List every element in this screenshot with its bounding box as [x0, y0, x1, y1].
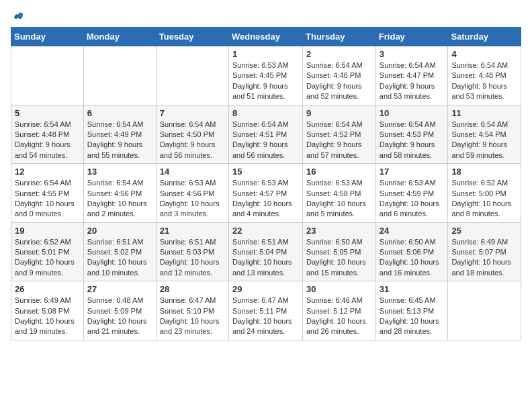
calendar-cell: 6Sunrise: 6:54 AM Sunset: 4:49 PM Daylig… [83, 105, 156, 164]
day-number: 25 [451, 226, 517, 236]
day-header-saturday: Saturday [448, 28, 521, 46]
day-info: Sunrise: 6:53 AM Sunset: 4:56 PM Dayligh… [160, 178, 225, 220]
day-number: 1 [232, 49, 299, 59]
calendar-cell [11, 46, 84, 105]
day-number: 9 [306, 108, 372, 118]
calendar-week-row: 1Sunrise: 6:53 AM Sunset: 4:45 PM Daylig… [11, 46, 521, 105]
calendar-cell: 24Sunrise: 6:50 AM Sunset: 5:06 PM Dayli… [375, 222, 448, 281]
day-number: 23 [306, 226, 372, 236]
day-number: 6 [87, 108, 152, 118]
calendar-header-row: SundayMondayTuesdayWednesdayThursdayFrid… [11, 28, 521, 46]
calendar-cell: 25Sunrise: 6:49 AM Sunset: 5:07 PM Dayli… [448, 222, 521, 281]
day-info: Sunrise: 6:54 AM Sunset: 4:46 PM Dayligh… [306, 60, 372, 102]
day-info: Sunrise: 6:46 AM Sunset: 5:12 PM Dayligh… [306, 295, 372, 337]
calendar-cell: 18Sunrise: 6:52 AM Sunset: 5:00 PM Dayli… [448, 164, 521, 223]
calendar-cell: 16Sunrise: 6:53 AM Sunset: 4:58 PM Dayli… [303, 164, 376, 223]
day-info: Sunrise: 6:54 AM Sunset: 4:56 PM Dayligh… [87, 178, 152, 220]
day-info: Sunrise: 6:54 AM Sunset: 4:53 PM Dayligh… [380, 120, 445, 161]
day-number: 18 [451, 167, 517, 177]
day-number: 5 [15, 108, 80, 118]
calendar-cell: 4Sunrise: 6:54 AM Sunset: 4:48 PM Daylig… [448, 46, 521, 105]
day-number: 17 [380, 167, 445, 177]
calendar-cell: 1Sunrise: 6:53 AM Sunset: 4:45 PM Daylig… [228, 46, 302, 105]
day-header-wednesday: Wednesday [228, 28, 302, 46]
calendar-week-row: 19Sunrise: 6:52 AM Sunset: 5:01 PM Dayli… [11, 222, 521, 281]
calendar-cell: 12Sunrise: 6:54 AM Sunset: 4:55 PM Dayli… [11, 164, 84, 223]
day-number: 14 [160, 167, 225, 177]
day-info: Sunrise: 6:54 AM Sunset: 4:48 PM Dayligh… [451, 60, 517, 102]
day-header-friday: Friday [375, 28, 448, 46]
day-header-tuesday: Tuesday [156, 28, 228, 46]
calendar-week-row: 26Sunrise: 6:49 AM Sunset: 5:08 PM Dayli… [11, 281, 521, 340]
calendar-table: SundayMondayTuesdayWednesdayThursdayFrid… [11, 27, 521, 340]
calendar-cell: 2Sunrise: 6:54 AM Sunset: 4:46 PM Daylig… [303, 46, 376, 105]
day-info: Sunrise: 6:47 AM Sunset: 5:11 PM Dayligh… [232, 295, 299, 337]
day-info: Sunrise: 6:45 AM Sunset: 5:13 PM Dayligh… [380, 295, 445, 337]
day-info: Sunrise: 6:54 AM Sunset: 4:54 PM Dayligh… [451, 120, 517, 161]
calendar-cell: 27Sunrise: 6:48 AM Sunset: 5:09 PM Dayli… [83, 281, 156, 340]
day-number: 10 [380, 108, 445, 118]
day-info: Sunrise: 6:54 AM Sunset: 4:49 PM Dayligh… [87, 120, 152, 161]
calendar-cell [156, 46, 228, 105]
day-info: Sunrise: 6:50 AM Sunset: 5:06 PM Dayligh… [380, 237, 445, 279]
logo-icon [12, 11, 24, 23]
day-info: Sunrise: 6:54 AM Sunset: 4:52 PM Dayligh… [306, 120, 372, 161]
calendar-cell: 8Sunrise: 6:54 AM Sunset: 4:51 PM Daylig… [228, 105, 302, 164]
calendar-cell: 20Sunrise: 6:51 AM Sunset: 5:02 PM Dayli… [83, 222, 156, 281]
logo [11, 11, 24, 19]
day-info: Sunrise: 6:53 AM Sunset: 4:45 PM Dayligh… [232, 60, 299, 102]
day-number: 24 [380, 226, 445, 236]
day-info: Sunrise: 6:54 AM Sunset: 4:51 PM Dayligh… [232, 120, 299, 161]
calendar-cell: 26Sunrise: 6:49 AM Sunset: 5:08 PM Dayli… [11, 281, 84, 340]
day-number: 4 [451, 49, 517, 59]
day-number: 26 [15, 284, 80, 294]
day-number: 21 [160, 226, 225, 236]
day-info: Sunrise: 6:51 AM Sunset: 5:03 PM Dayligh… [160, 237, 225, 279]
day-number: 8 [232, 108, 299, 118]
calendar-cell: 29Sunrise: 6:47 AM Sunset: 5:11 PM Dayli… [228, 281, 302, 340]
calendar-cell: 5Sunrise: 6:54 AM Sunset: 4:48 PM Daylig… [11, 105, 84, 164]
day-number: 7 [160, 108, 225, 118]
calendar-cell: 19Sunrise: 6:52 AM Sunset: 5:01 PM Dayli… [11, 222, 84, 281]
day-number: 31 [380, 284, 445, 294]
calendar-cell: 7Sunrise: 6:54 AM Sunset: 4:50 PM Daylig… [156, 105, 228, 164]
day-number: 12 [15, 167, 80, 177]
day-info: Sunrise: 6:53 AM Sunset: 4:57 PM Dayligh… [232, 178, 299, 220]
day-info: Sunrise: 6:53 AM Sunset: 4:59 PM Dayligh… [380, 178, 445, 220]
calendar-cell: 13Sunrise: 6:54 AM Sunset: 4:56 PM Dayli… [83, 164, 156, 223]
calendar-week-row: 5Sunrise: 6:54 AM Sunset: 4:48 PM Daylig… [11, 105, 521, 164]
day-header-sunday: Sunday [11, 28, 84, 46]
day-number: 3 [380, 49, 445, 59]
day-info: Sunrise: 6:54 AM Sunset: 4:47 PM Dayligh… [380, 60, 445, 102]
day-number: 27 [87, 284, 152, 294]
day-info: Sunrise: 6:52 AM Sunset: 5:00 PM Dayligh… [451, 178, 517, 220]
day-info: Sunrise: 6:53 AM Sunset: 4:58 PM Dayligh… [306, 178, 372, 220]
day-info: Sunrise: 6:51 AM Sunset: 5:04 PM Dayligh… [232, 237, 299, 279]
calendar-cell: 30Sunrise: 6:46 AM Sunset: 5:12 PM Dayli… [303, 281, 376, 340]
day-number: 19 [15, 226, 80, 236]
day-number: 30 [306, 284, 372, 294]
calendar-cell [83, 46, 156, 105]
calendar-cell [448, 281, 521, 340]
day-info: Sunrise: 6:54 AM Sunset: 4:50 PM Dayligh… [160, 120, 225, 161]
day-number: 11 [451, 108, 517, 118]
day-number: 29 [232, 284, 299, 294]
day-info: Sunrise: 6:47 AM Sunset: 5:10 PM Dayligh… [160, 295, 225, 337]
day-number: 16 [306, 167, 372, 177]
day-info: Sunrise: 6:50 AM Sunset: 5:05 PM Dayligh… [306, 237, 372, 279]
day-header-thursday: Thursday [303, 28, 376, 46]
calendar-week-row: 12Sunrise: 6:54 AM Sunset: 4:55 PM Dayli… [11, 164, 521, 223]
calendar-cell: 17Sunrise: 6:53 AM Sunset: 4:59 PM Dayli… [375, 164, 448, 223]
calendar-cell: 31Sunrise: 6:45 AM Sunset: 5:13 PM Dayli… [375, 281, 448, 340]
day-info: Sunrise: 6:51 AM Sunset: 5:02 PM Dayligh… [87, 237, 152, 279]
day-info: Sunrise: 6:54 AM Sunset: 4:48 PM Dayligh… [15, 120, 80, 161]
calendar-cell: 3Sunrise: 6:54 AM Sunset: 4:47 PM Daylig… [375, 46, 448, 105]
calendar-cell: 23Sunrise: 6:50 AM Sunset: 5:05 PM Dayli… [303, 222, 376, 281]
calendar-cell: 28Sunrise: 6:47 AM Sunset: 5:10 PM Dayli… [156, 281, 228, 340]
calendar-cell: 9Sunrise: 6:54 AM Sunset: 4:52 PM Daylig… [303, 105, 376, 164]
day-number: 15 [232, 167, 299, 177]
day-info: Sunrise: 6:49 AM Sunset: 5:07 PM Dayligh… [451, 237, 517, 279]
day-number: 28 [160, 284, 225, 294]
calendar-cell: 14Sunrise: 6:53 AM Sunset: 4:56 PM Dayli… [156, 164, 228, 223]
day-number: 13 [87, 167, 152, 177]
